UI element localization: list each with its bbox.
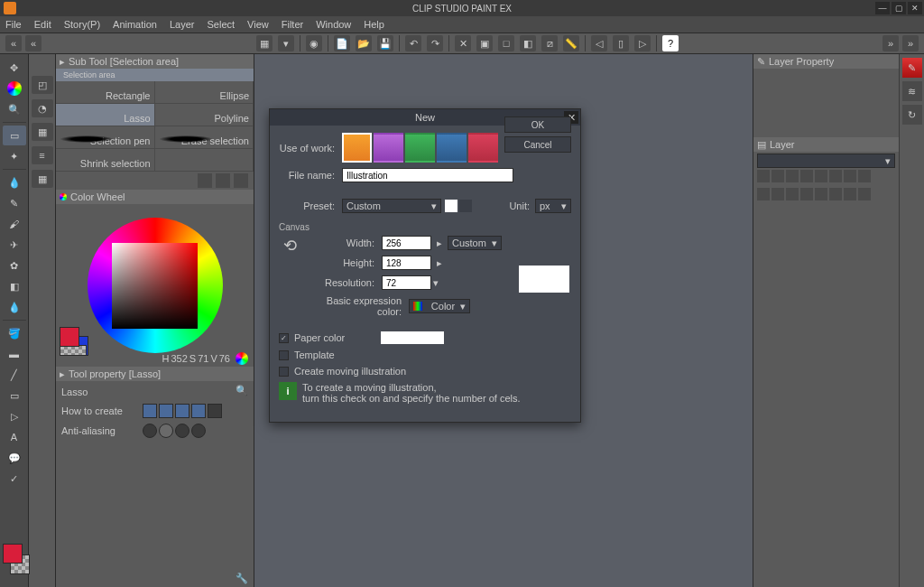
zoom-tool-icon[interactable]: 🔍 (3, 99, 26, 119)
moving-illustration-checkbox[interactable] (279, 367, 289, 377)
size-preset-select[interactable]: Custom▾ (448, 236, 502, 250)
menu-help[interactable]: Help (364, 19, 384, 30)
quickaccess-tab-icon[interactable]: ✎ (902, 58, 922, 78)
layer-panel-header[interactable]: ▤Layer (753, 137, 899, 152)
slider-icon[interactable]: ≡ (32, 146, 53, 164)
use-comic-icon[interactable] (374, 133, 403, 163)
swatch-palette-icon[interactable]: ▦ (32, 123, 53, 141)
menu-story[interactable]: Story(P) (64, 19, 100, 30)
correct-tool-icon[interactable]: ✓ (3, 469, 26, 489)
paper-color-checkbox[interactable]: ✓ (279, 333, 289, 343)
invert-icon[interactable]: ◧ (520, 35, 536, 51)
subview-icon[interactable]: ◰ (32, 76, 53, 94)
collapse-right2-icon[interactable]: » (902, 35, 919, 51)
select-all-icon[interactable]: ▣ (476, 35, 493, 51)
swirl-icon[interactable]: ◉ (306, 35, 322, 51)
text-tool-icon[interactable]: A (3, 427, 26, 447)
menu-window[interactable]: Window (316, 19, 351, 30)
layer-blend-select[interactable]: ▾ (757, 154, 895, 168)
layer-tool-icon[interactable] (757, 188, 770, 200)
eyedropper-tool-icon[interactable]: 💧 (3, 172, 26, 192)
next-page-icon[interactable]: ▷ (634, 35, 651, 51)
collapse-left2-icon[interactable]: « (25, 35, 42, 51)
menu-filter[interactable]: Filter (282, 19, 303, 30)
colorwheel-panel-header[interactable]: Color Wheel (56, 190, 254, 204)
use-illustration-icon[interactable] (342, 133, 372, 163)
menu-file[interactable]: File (5, 19, 22, 30)
foreground-background-swatch[interactable] (3, 544, 23, 583)
layer-tool-icon[interactable] (829, 170, 842, 182)
history-tab-icon[interactable]: ↻ (902, 105, 922, 125)
file-name-input[interactable] (342, 168, 513, 182)
subtool-menu-icon[interactable] (198, 173, 212, 188)
page-icon[interactable]: ▯ (613, 35, 629, 51)
ok-button[interactable]: OK (504, 116, 571, 133)
resolution-dropdown-icon[interactable]: ▾ (433, 277, 439, 289)
layer-tool-icon[interactable] (786, 188, 799, 200)
airbrush-tool-icon[interactable]: ✈ (3, 235, 26, 255)
collapse-right-icon[interactable]: » (882, 35, 899, 51)
preset-save-icon[interactable] (445, 200, 457, 212)
figure-tool-icon[interactable]: ▭ (3, 386, 26, 405)
blend-tool-icon[interactable]: 💧 (3, 297, 26, 317)
clip-studio-icon[interactable]: ▾ (278, 35, 294, 51)
height-arrow-icon[interactable]: ▸ (437, 257, 442, 269)
template-checkbox[interactable] (279, 350, 289, 360)
basic-color-select[interactable]: Color▾ (409, 299, 470, 313)
cancel-button[interactable]: Cancel (504, 136, 571, 153)
color-wheel[interactable]: H352 S71 V76 (56, 204, 254, 367)
toolprop-wrench-icon[interactable]: 🔍 (236, 385, 248, 396)
subtool-selection-pen[interactable]: Selection pen (56, 126, 155, 148)
layer-tool-icon[interactable] (772, 170, 784, 182)
pen-tool-icon[interactable]: ✎ (3, 193, 26, 213)
grid-icon[interactable]: ▦ (256, 35, 273, 51)
subtool-shrink-selection[interactable]: Shrink selection (56, 149, 155, 171)
new-file-icon[interactable]: 📄 (334, 35, 350, 51)
layer-tool-icon[interactable] (829, 188, 842, 200)
menu-select[interactable]: Select (208, 19, 236, 30)
color-cycle-icon[interactable] (236, 352, 248, 365)
subtool-rectangle[interactable]: Rectangle (56, 81, 155, 103)
subtool-erase-selection[interactable]: Erase selection (155, 126, 254, 148)
crop-icon[interactable]: ⧄ (541, 35, 558, 51)
redo-icon[interactable]: ↷ (427, 35, 443, 51)
use-printing-icon[interactable] (437, 133, 467, 163)
orientation-icon[interactable]: ⟲ (283, 236, 297, 256)
layer-tool-icon[interactable] (815, 188, 827, 200)
width-arrow-icon[interactable]: ▸ (437, 238, 442, 249)
preset-delete-icon[interactable] (459, 200, 472, 212)
layer-tool-icon[interactable] (800, 188, 813, 200)
antialiasing-options[interactable] (143, 424, 206, 438)
layer-tool-icon[interactable] (858, 188, 871, 200)
deselect-icon[interactable]: □ (498, 35, 514, 51)
subtool-delete-icon[interactable] (234, 173, 248, 188)
height-input[interactable] (382, 256, 431, 270)
layer-tool-icon[interactable] (800, 170, 813, 182)
menu-animation[interactable]: Animation (113, 19, 157, 30)
delete-icon[interactable]: ✕ (455, 35, 471, 51)
brush-tool-icon[interactable]: 🖌 (3, 214, 26, 234)
move-tool-icon[interactable]: ✥ (3, 58, 26, 78)
preset-select[interactable]: Custom▾ (342, 199, 441, 213)
menu-layer[interactable]: Layer (170, 19, 195, 30)
balloon-tool-icon[interactable]: 💬 (3, 448, 26, 468)
selection-tool-icon[interactable]: ▭ (3, 126, 26, 145)
save-icon[interactable]: 💾 (377, 35, 393, 51)
subtool-polyline[interactable]: Polyline (155, 104, 254, 126)
menu-edit[interactable]: Edit (34, 19, 51, 30)
eraser-tool-icon[interactable]: ◧ (3, 276, 26, 296)
subtool-ellipse[interactable]: Ellipse (155, 81, 254, 103)
ruler-icon[interactable]: 📏 (563, 35, 579, 51)
layer-tool-icon[interactable] (786, 170, 799, 182)
brushsize-icon[interactable]: ◔ (32, 99, 53, 117)
open-file-icon[interactable]: 📂 (356, 35, 372, 51)
minimize-button[interactable]: — (875, 2, 890, 14)
use-animation-icon[interactable] (468, 133, 498, 163)
prev-page-icon[interactable]: ◁ (591, 35, 607, 51)
close-button[interactable]: ✕ (908, 2, 922, 14)
layer-tool-icon[interactable] (844, 170, 856, 182)
line-tool-icon[interactable]: ╱ (3, 365, 26, 385)
gradient-tool-icon[interactable]: ▬ (3, 344, 26, 364)
rotate-tool-icon[interactable] (3, 79, 26, 98)
wand-tool-icon[interactable]: ✦ (3, 146, 26, 166)
